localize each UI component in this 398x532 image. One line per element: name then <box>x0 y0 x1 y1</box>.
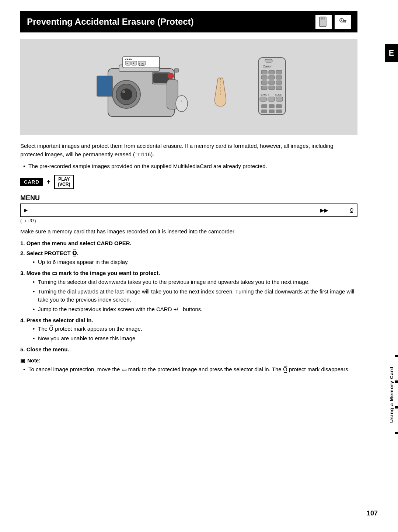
menu-display-bar: ▶ ▶▶ O̲ <box>20 204 357 217</box>
svg-rect-18 <box>97 76 112 96</box>
intro-ref-num: 116 <box>142 151 151 157</box>
svg-point-13 <box>122 90 125 93</box>
protect-symbol-icon: O̲ <box>350 207 353 213</box>
svg-rect-36 <box>269 70 275 74</box>
note-box: ▣ Note: To cancel image protection, move… <box>20 358 357 373</box>
svg-rect-8 <box>343 21 345 22</box>
intro-paragraph: Select important images and protect them… <box>20 142 357 159</box>
svg-text:↑↓: ↑↓ <box>179 100 182 103</box>
step-2-text: Select PROTECT O̲̅. <box>27 250 78 256</box>
svg-rect-42 <box>269 81 275 84</box>
camera-svg: CARD − + SLIDE SHOW ↑↓ <box>86 46 211 128</box>
step-2-sub-1: Up to 6 images appear in the display. <box>31 258 357 267</box>
note-text: To cancel image protection, move the ▭ m… <box>20 365 357 373</box>
step-5-num: 5. <box>20 346 25 352</box>
svg-point-12 <box>121 88 132 100</box>
svg-rect-2 <box>322 17 323 20</box>
vcr-label: (VCR) <box>58 182 70 187</box>
step-4-sub-1: The O̲̅ protect mark appears on the imag… <box>31 325 357 333</box>
step-2-title: 2. Select PROTECT O̲̅. <box>20 250 357 257</box>
bar-line-2 <box>395 380 398 383</box>
step-3-num: 3. <box>20 270 25 276</box>
svg-rect-3 <box>324 17 325 20</box>
svg-text:− CARD +: − CARD + <box>259 94 269 96</box>
svg-point-17 <box>168 73 174 79</box>
margin-bar-lines <box>395 332 398 457</box>
svg-rect-46 <box>276 86 282 90</box>
step-2-subs: Up to 6 images appear in the display. <box>20 258 357 267</box>
step-3-sub-2: Turning the dial upwards at the last ima… <box>31 288 357 304</box>
svg-point-30 <box>176 95 188 112</box>
side-label: Using a Memory Card <box>389 366 394 423</box>
title-icons <box>315 15 351 29</box>
section-tab-e: E <box>385 44 398 62</box>
menu-row: MENU ▶ ▶▶ O̲ ( □□ 37) <box>20 194 357 223</box>
plus-sign: + <box>47 178 51 186</box>
svg-rect-33 <box>265 59 272 62</box>
step-3-sub-3: Jump to the next/previous index screen w… <box>31 305 357 314</box>
step-3-subs: Turning the selector dial downwards take… <box>20 278 357 313</box>
svg-rect-40 <box>276 76 282 79</box>
svg-rect-37 <box>276 70 282 74</box>
step-5: 5. Close the menu. <box>20 346 357 352</box>
menu-arrow-right-icon: ▶ <box>24 208 28 213</box>
step-4-title: 4. Press the selector dial in. <box>20 317 357 323</box>
svg-rect-41 <box>261 81 267 84</box>
svg-rect-20 <box>174 69 179 72</box>
intro-text-1: Select important images and protect them… <box>20 143 334 157</box>
page-number: 107 <box>367 510 378 517</box>
svg-rect-1 <box>321 17 322 20</box>
svg-rect-39 <box>269 76 275 79</box>
title-bar: Preventing Accidental Erasure (Protect) <box>20 11 357 32</box>
svg-rect-50 <box>260 97 266 101</box>
protect-icon <box>335 15 351 29</box>
svg-rect-43 <box>276 81 282 84</box>
svg-rect-51 <box>268 97 275 101</box>
svg-point-5 <box>341 20 342 21</box>
svg-rect-35 <box>261 70 267 74</box>
menu-arrow-dbl-icon: ▶▶ <box>320 207 328 213</box>
step-5-title: 5. Close the menu. <box>20 346 357 352</box>
card-badge: CARD <box>20 178 43 186</box>
svg-rect-54 <box>269 104 275 108</box>
svg-text:+: + <box>133 62 135 65</box>
intro-text-2: ). <box>151 151 154 157</box>
svg-rect-58 <box>276 109 282 113</box>
intro-ref: □□ <box>135 151 142 157</box>
step-3-sub-1: Turning the selector dial downwards take… <box>31 278 357 286</box>
svg-rect-6 <box>343 20 346 21</box>
intro-section: Select important images and protect them… <box>20 142 357 170</box>
svg-rect-52 <box>276 97 283 101</box>
step-4: 4. Press the selector dial in. The O̲̅ p… <box>20 317 357 343</box>
remote-svg: Canon − CARD + SLIDE SHOW <box>252 56 292 118</box>
svg-rect-55 <box>276 104 282 108</box>
menu-ref-text: ( □□ 37) <box>20 218 36 223</box>
bar-line-3 <box>395 406 398 408</box>
step-4-num: 4. <box>20 317 25 323</box>
hero-image: CARD − + SLIDE SHOW ↑↓ <box>20 39 357 135</box>
svg-text:SHOW: SHOW <box>139 64 144 66</box>
svg-text:−: − <box>126 62 128 65</box>
svg-text:SLIDE: SLIDE <box>275 94 282 96</box>
card-play-row: CARD + PLAY (VCR) <box>20 175 357 189</box>
play-label: PLAY <box>58 177 70 182</box>
svg-text:CARD: CARD <box>125 58 132 60</box>
svg-rect-56 <box>261 109 267 113</box>
step-1-text: Open the menu and select CARD OPER. <box>27 240 132 246</box>
play-vcr-badge: PLAY (VCR) <box>54 175 74 189</box>
step-2: 2. Select PROTECT O̲̅. Up to 6 images ap… <box>20 250 357 267</box>
memory-card-icon <box>315 15 332 29</box>
menu-ref: ( □□ 37) <box>20 218 357 223</box>
step-2-num: 2. <box>20 250 25 256</box>
step-4-sub-2: Now you are unable to erase this image. <box>31 334 357 343</box>
page-title: Preventing Accidental Erasure (Protect) <box>27 17 194 27</box>
note-header: ▣ Note: <box>20 358 357 364</box>
step-4-text: Press the selector dial in. <box>27 317 93 323</box>
svg-rect-57 <box>269 109 275 113</box>
pre-step-paragraph: Make sure a memory card that has images … <box>20 227 357 236</box>
svg-rect-44 <box>261 86 267 90</box>
step-3: 3. Move the ▭ mark to the image you want… <box>20 270 357 313</box>
step-3-text: Move the ▭ mark to the image you want to… <box>27 270 160 276</box>
main-content: Preventing Accidental Erasure (Protect) <box>20 11 357 374</box>
step-1-title: 1. Open the menu and select CARD OPER. <box>20 240 357 246</box>
